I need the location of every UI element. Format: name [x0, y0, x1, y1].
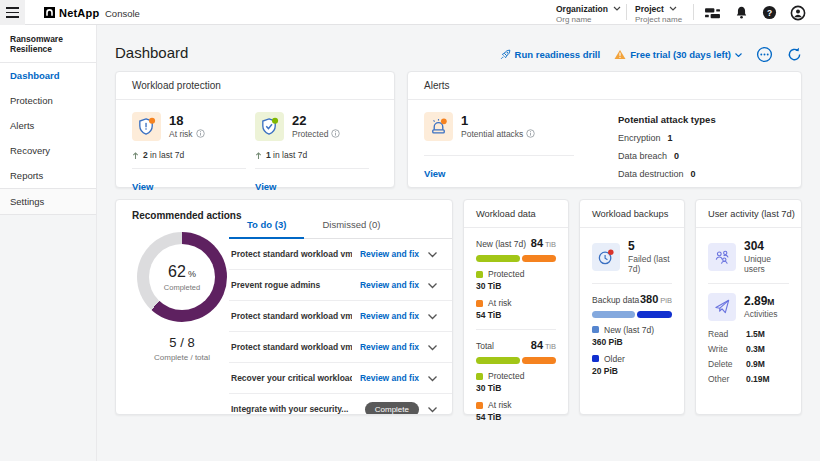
help-icon[interactable]: ?	[762, 5, 777, 20]
sidebar-item-alerts[interactable]: Alerts	[0, 113, 96, 138]
tab-to-do[interactable]: To do (3)	[229, 214, 304, 239]
at-risk-swatch	[476, 300, 483, 307]
alerts-view-link[interactable]: View	[424, 168, 445, 179]
protected-value: 30 TiB	[476, 383, 556, 393]
sidebar-item-recovery[interactable]: Recovery	[0, 138, 96, 163]
review-and-fix-link[interactable]: Review and fix	[360, 249, 419, 259]
tab-dismissed[interactable]: Dismissed (0)	[304, 214, 398, 238]
page-actions: Run readiness drill Free trial (30 days …	[500, 46, 802, 63]
percent-complete: 62	[168, 263, 186, 281]
siren-alert-icon	[424, 112, 453, 141]
complete-fraction: 5 / 8	[132, 335, 232, 350]
sidebar-item-reports[interactable]: Reports	[0, 163, 96, 188]
breakdown-row: Other0.19M	[708, 374, 789, 384]
sidebar-item-settings[interactable]: Settings	[0, 189, 96, 215]
attack-types-title: Potential attack types	[618, 114, 716, 125]
backup-data-label: Backup data	[592, 295, 639, 305]
rocket-icon	[500, 49, 511, 60]
sidebar-item-dashboard[interactable]: Dashboard	[0, 63, 96, 88]
topbar-divider	[626, 4, 627, 20]
action-row: Protect standard workload vm_datastore_u…	[229, 301, 452, 332]
total-data-bar-chart	[476, 357, 556, 364]
user-activity-card: User activity (last 7d) 304 Unique users…	[695, 199, 802, 415]
completion-donut: 62 % Completed 5 / 8 Complete / total	[132, 232, 232, 362]
protected-count: 22	[292, 114, 340, 129]
potential-attacks-label: Potential attacks	[461, 129, 523, 139]
account-icon[interactable]	[790, 5, 806, 21]
info-icon[interactable]	[526, 129, 535, 138]
project-label: Project	[635, 4, 664, 14]
legend-at-risk: At risk	[476, 298, 556, 308]
netapp-console-dashboard: NetApp Console Organization Org name Pro…	[0, 0, 820, 461]
protected-view-link[interactable]: View	[255, 181, 276, 192]
legend-new-backups: New (last 7d)	[592, 325, 672, 335]
legend-protected: Protected	[476, 371, 556, 381]
more-options-icon[interactable]	[756, 46, 773, 63]
chevron-down-icon[interactable]	[427, 251, 438, 258]
project-selector[interactable]: Project Project name	[635, 4, 682, 25]
workload-protection-title: Workload protection	[116, 72, 394, 100]
caret-down-icon	[735, 53, 742, 57]
chevron-down-icon[interactable]	[427, 375, 438, 382]
run-readiness-drill-button[interactable]: Run readiness drill	[500, 49, 601, 60]
free-trial-dropdown[interactable]: Free trial (30 days left)	[614, 49, 742, 60]
organization-value: Org name	[556, 15, 621, 24]
topbar-icons: ?	[704, 0, 806, 25]
breakdown-row: Read1.5M	[708, 329, 789, 339]
attack-type-row: Data destruction0	[618, 169, 716, 179]
sidebar-item-protection[interactable]: Protection	[0, 88, 96, 113]
chevron-down-icon[interactable]	[427, 406, 438, 413]
info-icon[interactable]	[331, 129, 340, 138]
review-and-fix-link[interactable]: Review and fix	[360, 373, 419, 383]
older-backups-swatch	[592, 355, 599, 362]
workload-data-card: Workload data New (last 7d) 84TiB Protec…	[463, 199, 569, 415]
review-and-fix-link[interactable]: Review and fix	[360, 311, 419, 321]
info-icon[interactable]	[196, 129, 205, 138]
legend-protected: Protected	[476, 269, 556, 279]
divider	[476, 329, 556, 330]
refresh-icon[interactable]	[787, 47, 802, 62]
complete-fraction-label: Complete / total	[132, 353, 232, 362]
attack-type-row: Data breach0	[618, 151, 716, 161]
chevron-down-icon[interactable]	[427, 344, 438, 351]
unique-users-label: Unique users	[744, 254, 789, 274]
workload-backups-card: Workload backups 5 Failed (last 7d) Back…	[579, 199, 685, 415]
netapp-logo: NetApp	[44, 7, 99, 19]
user-activity-title: User activity (last 7d)	[696, 200, 801, 228]
project-value: Project name	[635, 15, 682, 24]
alerts-title: Alerts	[408, 72, 801, 100]
activities-label: Activities	[744, 309, 778, 319]
protected-value: 30 TiB	[476, 281, 556, 291]
divider	[592, 283, 672, 284]
protected-column: 22 Protected 1 in last 7d View	[255, 112, 378, 194]
review-and-fix-link[interactable]: Review and fix	[360, 280, 419, 290]
at-risk-view-link[interactable]: View	[132, 181, 153, 192]
unique-users-count: 304	[744, 240, 789, 254]
product-name: Console	[105, 8, 140, 19]
users-icon	[708, 243, 736, 271]
at-risk-value: 54 TiB	[476, 310, 556, 320]
review-and-fix-link[interactable]: Review and fix	[360, 342, 419, 352]
connector-icon[interactable]	[704, 6, 721, 20]
organization-selector[interactable]: Organization Org name	[556, 4, 621, 25]
page-title: Dashboard	[115, 44, 188, 61]
warning-icon	[614, 49, 626, 60]
at-risk-value: 54 TiB	[476, 412, 556, 422]
at-risk-column: 18 At risk 2 in last 7d View	[132, 112, 255, 194]
legend-older-backups: Older	[592, 354, 672, 364]
chevron-down-icon[interactable]	[427, 282, 438, 289]
activities-icon	[708, 293, 736, 321]
divider	[132, 168, 246, 169]
action-row: Protect standard workload vm_datastore_u…	[229, 332, 452, 363]
workload-backups-title: Workload backups	[580, 200, 684, 228]
action-row: Recover your critical workloads faster R…	[229, 363, 452, 394]
free-trial-label: Free trial (30 days left)	[630, 49, 731, 60]
divider	[424, 155, 574, 156]
chevron-down-icon[interactable]	[427, 313, 438, 320]
protected-delta: 1 in last 7d	[255, 150, 378, 160]
notifications-bell-icon[interactable]	[734, 5, 749, 20]
total-data-label: Total	[476, 341, 494, 351]
attack-type-row: Encryption1	[618, 133, 716, 143]
at-risk-delta: 2 in last 7d	[132, 150, 255, 160]
hamburger-menu-button[interactable]	[0, 0, 25, 25]
